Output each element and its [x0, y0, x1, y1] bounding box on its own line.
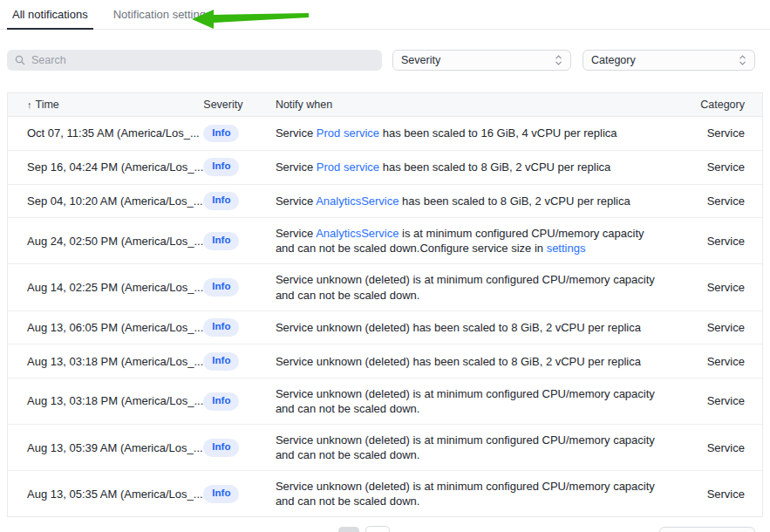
search-box — [7, 50, 382, 71]
cell-message: Service unknown (deleted) is at minimum … — [276, 379, 672, 425]
severity-badge: Info — [203, 352, 239, 371]
message-link[interactable]: Prod service — [317, 126, 379, 140]
cell-time: Aug 13, 05:35 AM (America/Los_... — [8, 471, 203, 517]
message-link[interactable]: Prod service — [317, 160, 379, 174]
cell-category: Service — [672, 425, 762, 471]
column-header-time[interactable]: ↑Time — [8, 93, 203, 117]
cell-message: Service unknown (deleted) has been scale… — [276, 310, 672, 344]
chevron-updown-icon — [555, 55, 562, 65]
severity-badge: Info — [203, 158, 239, 176]
table-body: Oct 07, 11:35 AM (America/Los_... Info S… — [8, 117, 762, 517]
tab-notification-settings[interactable]: Notification settings — [108, 0, 217, 30]
cell-category: Service — [672, 471, 762, 517]
column-header-notify-when: Notify when — [276, 93, 672, 117]
category-select-label: Category — [591, 54, 636, 66]
severity-select-label: Severity — [401, 54, 440, 66]
table-footer: 17 rows ‹ of 2 › 10 rows — [0, 517, 770, 532]
severity-badge: Info — [203, 278, 239, 297]
severity-badge: Info — [203, 192, 239, 210]
cell-time: Aug 13, 05:39 AM (America/Los_... — [8, 425, 203, 471]
cell-category: Service — [672, 264, 762, 310]
cell-category: Service — [672, 379, 762, 425]
cell-category: Service — [672, 150, 762, 184]
cell-category: Service — [672, 218, 762, 264]
table-row: Aug 14, 02:25 PM (America/Los_... Info S… — [8, 264, 762, 310]
table-row: Sep 04, 10:20 AM (America/Los_... Info S… — [8, 184, 762, 218]
category-select[interactable]: Category — [583, 50, 755, 71]
table-row: Aug 13, 03:18 PM (America/Los_... Info S… — [8, 379, 762, 425]
search-icon — [15, 55, 25, 65]
severity-badge: Info — [203, 318, 239, 337]
cell-time: Aug 13, 03:18 PM (America/Los_... — [8, 344, 203, 379]
severity-badge: Info — [203, 485, 239, 503]
severity-badge: Info — [203, 125, 239, 143]
cell-time: Oct 07, 11:35 AM (America/Los_... — [8, 117, 203, 151]
previous-page-button[interactable]: ‹ — [338, 527, 359, 532]
cell-message: Service unknown (deleted) is at minimum … — [276, 425, 672, 471]
table-row: Aug 24, 02:50 PM (America/Los_... Info S… — [8, 218, 762, 264]
pagination: ‹ of 2 › — [338, 526, 429, 532]
page-size-select[interactable]: 10 rows — [659, 527, 755, 532]
cell-message: Service AnalyticsService is at minimum c… — [276, 218, 672, 264]
sort-ascending-icon: ↑ — [27, 99, 32, 110]
table-header-row: ↑Time Severity Notify when Category — [8, 93, 762, 117]
message-link[interactable]: AnalyticsService — [316, 227, 399, 240]
cell-time: Aug 24, 02:50 PM (America/Los_... — [8, 218, 203, 264]
message-link[interactable]: settings — [547, 242, 586, 255]
chevron-updown-icon — [739, 55, 746, 65]
cell-time: Sep 04, 10:20 AM (America/Los_... — [8, 184, 203, 218]
cell-message: Service unknown (deleted) has been scale… — [276, 344, 672, 379]
cell-time: Aug 13, 06:05 PM (America/Los_... — [8, 310, 203, 344]
cell-message: Service unknown (deleted) is at minimum … — [276, 264, 672, 310]
table-row: Aug 13, 06:05 PM (America/Los_... Info S… — [8, 310, 762, 344]
message-link[interactable]: AnalyticsService — [316, 194, 399, 208]
tab-all-notifications[interactable]: All notifications — [7, 0, 93, 30]
cell-category: Service — [672, 184, 762, 218]
filter-bar: Severity Category — [7, 50, 755, 71]
severity-select[interactable]: Severity — [392, 50, 571, 71]
page-number-input[interactable] — [365, 526, 390, 532]
table-row: Sep 16, 04:24 PM (America/Los_... Info S… — [8, 150, 762, 184]
cell-category: Service — [672, 117, 762, 151]
notifications-table: ↑Time Severity Notify when Category Oct … — [7, 92, 763, 517]
column-header-category: Category — [672, 93, 762, 117]
cell-category: Service — [672, 344, 762, 379]
severity-badge: Info — [203, 392, 239, 411]
cell-message: Service AnalyticsService has been scaled… — [276, 184, 672, 218]
table-row: Oct 07, 11:35 AM (America/Los_... Info S… — [8, 117, 762, 151]
cell-message: Service Prod service has been scaled to … — [276, 117, 672, 151]
cell-message: Service Prod service has been scaled to … — [276, 150, 672, 184]
cell-time: Sep 16, 04:24 PM (America/Los_... — [8, 150, 203, 184]
table-row: Aug 13, 05:39 AM (America/Los_... Info S… — [8, 425, 762, 471]
cell-category: Service — [672, 310, 762, 344]
column-header-severity: Severity — [203, 93, 276, 117]
tab-bar: All notifications Notification settings — [0, 0, 770, 30]
search-input[interactable] — [31, 54, 374, 66]
table-row: Aug 13, 03:18 PM (America/Los_... Info S… — [8, 344, 762, 379]
cell-time: Aug 13, 03:18 PM (America/Los_... — [8, 379, 203, 425]
severity-badge: Info — [203, 232, 239, 250]
cell-time: Aug 14, 02:25 PM (America/Los_... — [8, 264, 203, 310]
cell-message: Service unknown (deleted) is at minimum … — [276, 471, 672, 517]
severity-badge: Info — [203, 439, 239, 457]
table-row: Aug 13, 05:35 AM (America/Los_... Info S… — [8, 471, 762, 517]
